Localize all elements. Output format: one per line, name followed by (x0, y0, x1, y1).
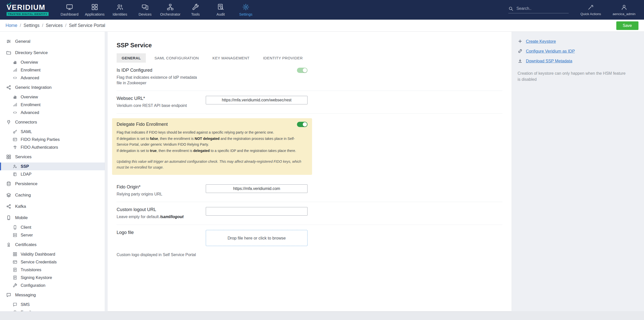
chart-icon (13, 95, 17, 99)
actions-panel: Create Keystore Configure Veridium as ID… (512, 32, 644, 311)
sidebar-item-gi-enrollment[interactable]: Enrollment (0, 101, 105, 109)
page-title: SSP Service (117, 36, 502, 49)
tab-general[interactable]: GENERAL (117, 53, 146, 63)
sidebar-item-mobile[interactable]: Mobile (0, 212, 105, 223)
sidebar-item-ds-overview[interactable]: Overview (0, 58, 105, 66)
sidebar-item-certificates[interactable]: Certificates (0, 239, 105, 250)
delegate-warning-note: Updating this value will trigger an auto… (117, 159, 304, 170)
tab-key-management[interactable]: KEY MANAGEMENT (208, 53, 255, 63)
content-area: General Directory Service Overview Enrol… (0, 32, 644, 311)
sidebar-item-label: LDAP (21, 172, 31, 177)
user-menu[interactable]: aencica_admin (613, 4, 635, 16)
sidebar-item-fido-authenticators[interactable]: FIDO Authenticators (0, 143, 105, 151)
chat-icon (13, 302, 17, 307)
nav-orchestrator[interactable]: Orchestrator (158, 1, 183, 19)
nav-devices[interactable]: Devices (132, 1, 158, 19)
is-idp-configured-toggle[interactable] (297, 68, 308, 73)
signal-icon (13, 68, 17, 72)
sidebar-item-validity-dashboard[interactable]: Validity Dashboard (0, 250, 105, 258)
sidebar-item-general[interactable]: General (0, 36, 105, 47)
sidebar-item-connectors[interactable]: Connectors (0, 116, 105, 128)
folder-icon (6, 50, 11, 55)
sidebar-item-server[interactable]: Server (0, 231, 105, 239)
sidebar-item-services[interactable]: Services (0, 151, 105, 163)
sidebar-item-generic-integration[interactable]: Generic Integration (0, 82, 105, 93)
username: aencica_admin (613, 12, 635, 16)
field-label: Delegate Fido Enrollment (117, 122, 168, 127)
tab-saml-configuration[interactable]: SAML CONFIGURATION (149, 53, 204, 63)
sidebar-item-gi-advanced[interactable]: Advanced (0, 109, 105, 116)
sidebar-item-configuration[interactable]: Configuration (0, 282, 105, 289)
sidebar-item-label: FIDO Authenticators (21, 145, 58, 150)
breadcrumb-separator: / (20, 23, 21, 28)
nav-label: Applications (85, 12, 105, 16)
nav-label: Orchestrator (160, 12, 181, 16)
nav-applications[interactable]: Applications (82, 1, 107, 19)
topbar-right: Quick Actions aencica_admin (508, 4, 637, 16)
ssp-service-panel: SSP Service GENERAL SAML CONFIGURATION K… (108, 32, 512, 311)
tab-identity-provider[interactable]: IDENTITY PROVIDER (258, 53, 308, 63)
save-button[interactable]: Save (616, 21, 638, 30)
phone-icon (13, 225, 17, 230)
nav-dashboard[interactable]: Dashboard (57, 1, 82, 19)
sidebar-item-label: Persistence (15, 181, 38, 186)
quick-actions-label: Quick Actions (580, 12, 601, 16)
layers-icon (6, 192, 11, 198)
custom-logout-url-input[interactable] (206, 207, 308, 216)
nav-tools[interactable]: Tools (183, 1, 208, 19)
delegate-fido-toggle[interactable] (297, 122, 308, 127)
certificate-icon (6, 242, 11, 247)
audit-icon (217, 3, 224, 11)
sidebar-item-ssp[interactable]: SSP (0, 163, 105, 170)
sidebar-item-signing-keystore[interactable]: Signing Keystore (0, 274, 105, 282)
breadcrumb-current: Self Service Portal (69, 23, 105, 28)
configure-veridium-as-idp-link[interactable]: Configure Veridium as IDP (518, 49, 637, 54)
sidebar-item-kafka[interactable]: Kafka (0, 201, 105, 212)
sidebar-item-label: Mobile (15, 215, 28, 220)
breadcrumb-settings[interactable]: Settings (24, 23, 40, 28)
sidebar-item-directory-service[interactable]: Directory Service (0, 47, 105, 58)
sidebar-item-ds-enrollment[interactable]: Enrollment (0, 66, 105, 74)
sidebar-item-saml[interactable]: SAML (0, 128, 105, 136)
fido-origin-input[interactable] (206, 184, 308, 193)
sidebar-item-service-credentials[interactable]: Service Credentials (0, 258, 105, 266)
sidebar-item-label: Truststores (21, 267, 41, 272)
wrench-icon (13, 283, 17, 288)
settings-sidebar: General Directory Service Overview Enrol… (0, 32, 105, 311)
quick-actions-icon (587, 4, 594, 11)
download-ssp-metadata-link[interactable]: Download SSP Metadata (518, 58, 637, 63)
grid-icon (13, 252, 17, 257)
breadcrumb-home[interactable]: Home (6, 23, 17, 28)
sidebar-item-email[interactable]: Email (0, 308, 105, 311)
sidebar-item-fido-relying-parties[interactable]: FIDO Relying Parties (0, 136, 105, 143)
sidebar-item-ldap[interactable]: LDAP (0, 170, 105, 178)
search-input[interactable] (516, 6, 569, 11)
sidebar-item-gi-overview[interactable]: Overview (0, 93, 105, 101)
tab-bar: GENERAL SAML CONFIGURATION KEY MANAGEMEN… (117, 53, 502, 63)
server-icon (13, 233, 17, 237)
link-icon (518, 49, 523, 54)
breadcrumb-bar: Home / Settings / Services / Self Servic… (0, 20, 644, 32)
sidebar-item-client[interactable]: Client (0, 223, 105, 231)
top-nav-bar: VERIDIUM TRUSTED DIGITAL IDENTITY Dashbo… (0, 0, 644, 20)
breadcrumb-services[interactable]: Services (46, 23, 63, 28)
nav-identities[interactable]: Identities (107, 1, 132, 19)
sidebar-item-label: Certificates (15, 242, 37, 247)
create-keystore-link[interactable]: Create Keystore (518, 39, 637, 44)
logo-file-dropzone[interactable]: Drop file here or click to browse (206, 230, 308, 246)
sidebar-item-label: SMS (21, 302, 30, 307)
sidebar-item-label: Enrollment (21, 102, 41, 107)
sidebar-item-ds-advanced[interactable]: Advanced (0, 74, 105, 82)
sidebar-item-label: SSP (21, 164, 29, 169)
quick-actions-button[interactable]: Quick Actions (580, 4, 601, 16)
sidebar-item-sms[interactable]: SMS (0, 301, 105, 308)
websec-url-input[interactable] (206, 96, 308, 104)
sidebar-item-caching[interactable]: Caching (0, 189, 105, 201)
nav-audit[interactable]: Audit (208, 1, 233, 19)
sidebar-item-truststores[interactable]: Truststores (0, 266, 105, 274)
logo-file-description: Custom logo displayed in Self Service Po… (117, 251, 502, 264)
sidebar-item-label: Server (21, 233, 33, 237)
sidebar-item-persistence[interactable]: Persistence (0, 178, 105, 189)
nav-settings[interactable]: Settings (233, 1, 258, 19)
sidebar-item-messaging[interactable]: Messaging (0, 289, 105, 301)
